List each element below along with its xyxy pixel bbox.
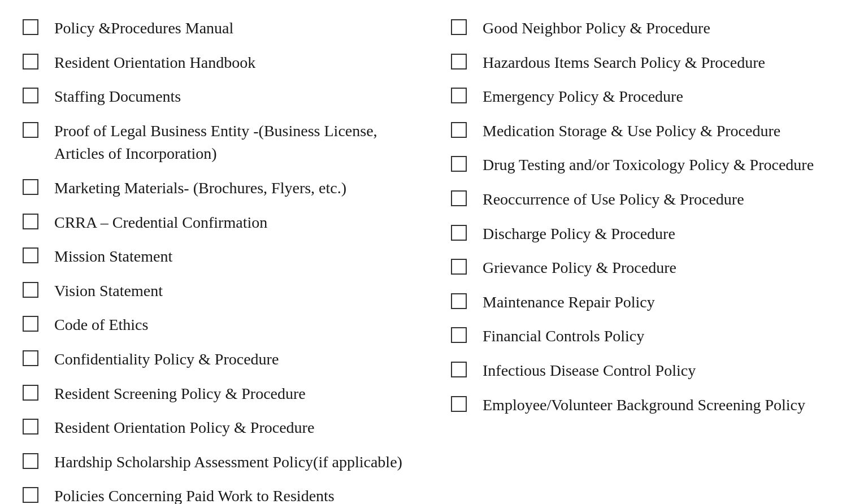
- checkbox[interactable]: [23, 179, 38, 195]
- item-label: Policy &Procedures Manual: [54, 17, 417, 40]
- item-label: Marketing Materials- (Brochures, Flyers,…: [54, 177, 417, 200]
- checkbox[interactable]: [23, 19, 38, 35]
- checkbox[interactable]: [23, 487, 38, 503]
- list-item: Staffing Documents: [23, 85, 417, 108]
- checkbox[interactable]: [23, 88, 38, 103]
- left-column: Policy &Procedures Manual Resident Orien…: [23, 17, 417, 504]
- list-item: Resident Orientation Policy & Procedure: [23, 416, 417, 440]
- item-label: Proof of Legal Business Entity -(Busines…: [54, 120, 417, 166]
- item-label: Mission Statement: [54, 245, 417, 268]
- checkbox[interactable]: [23, 282, 38, 298]
- list-item: Resident Screening Policy & Procedure: [23, 383, 417, 406]
- list-item: Confidentiality Policy & Procedure: [23, 348, 417, 371]
- item-label: Code of Ethics: [54, 314, 417, 337]
- checkbox[interactable]: [23, 419, 38, 435]
- item-label: CRRA – Credential Confirmation: [54, 211, 417, 234]
- checkbox[interactable]: [451, 19, 467, 35]
- list-item: Grievance Policy & Procedure: [451, 257, 845, 280]
- item-label: Employee/Volunteer Background Screening …: [483, 394, 845, 417]
- checkbox[interactable]: [23, 316, 38, 332]
- item-label: Policies Concerning Paid Work to Residen…: [54, 485, 417, 504]
- item-label: Hardship Scholarship Assessment Policy(i…: [54, 451, 417, 474]
- item-label: Resident Screening Policy & Procedure: [54, 383, 417, 406]
- checkbox[interactable]: [451, 88, 467, 103]
- list-item: Policy &Procedures Manual: [23, 17, 417, 40]
- checkbox[interactable]: [451, 327, 467, 343]
- item-label: Resident Orientation Policy & Procedure: [54, 416, 417, 440]
- item-label: Emergency Policy & Procedure: [483, 85, 845, 108]
- item-label: Vision Statement: [54, 280, 417, 303]
- item-label: Grievance Policy & Procedure: [483, 257, 845, 280]
- checkbox[interactable]: [23, 385, 38, 401]
- checkbox[interactable]: [23, 350, 38, 366]
- checkbox[interactable]: [451, 362, 467, 377]
- checkbox[interactable]: [23, 122, 38, 138]
- list-item: Infectious Disease Control Policy: [451, 359, 845, 383]
- checkbox[interactable]: [451, 54, 467, 69]
- item-label: Maintenance Repair Policy: [483, 291, 845, 314]
- item-label: Infectious Disease Control Policy: [483, 359, 845, 383]
- list-item: Policies Concerning Paid Work to Residen…: [23, 485, 417, 504]
- checkbox[interactable]: [451, 396, 467, 412]
- item-label: Drug Testing and/or Toxicology Policy & …: [483, 154, 845, 177]
- list-item: Mission Statement: [23, 245, 417, 268]
- item-label: Discharge Policy & Procedure: [483, 223, 845, 246]
- checkbox[interactable]: [451, 190, 467, 206]
- list-item: Code of Ethics: [23, 314, 417, 337]
- checkbox[interactable]: [451, 225, 467, 241]
- item-label: Reoccurrence of Use Policy & Procedure: [483, 188, 845, 211]
- list-item: Drug Testing and/or Toxicology Policy & …: [451, 154, 845, 177]
- list-item: Reoccurrence of Use Policy & Procedure: [451, 188, 845, 211]
- list-item: Financial Controls Policy: [451, 325, 845, 348]
- checkbox[interactable]: [451, 259, 467, 275]
- checkbox[interactable]: [451, 122, 467, 138]
- item-label: Hazardous Items Search Policy & Procedur…: [483, 51, 845, 75]
- item-label: Financial Controls Policy: [483, 325, 845, 348]
- item-label: Medication Storage & Use Policy & Proced…: [483, 120, 845, 143]
- item-label: Resident Orientation Handbook: [54, 51, 417, 75]
- list-item: Good Neighbor Policy & Procedure: [451, 17, 845, 40]
- list-item: CRRA – Credential Confirmation: [23, 211, 417, 234]
- item-label: Staffing Documents: [54, 85, 417, 108]
- checkbox[interactable]: [23, 247, 38, 263]
- checkbox[interactable]: [451, 156, 467, 172]
- list-item: Resident Orientation Handbook: [23, 51, 417, 75]
- list-item: Maintenance Repair Policy: [451, 291, 845, 314]
- main-layout: Policy &Procedures Manual Resident Orien…: [23, 17, 845, 504]
- list-item: Marketing Materials- (Brochures, Flyers,…: [23, 177, 417, 200]
- checkbox[interactable]: [451, 293, 467, 309]
- list-item: Vision Statement: [23, 280, 417, 303]
- item-label: Confidentiality Policy & Procedure: [54, 348, 417, 371]
- list-item: Medication Storage & Use Policy & Proced…: [451, 120, 845, 143]
- list-item: Hazardous Items Search Policy & Procedur…: [451, 51, 845, 75]
- checkbox[interactable]: [23, 214, 38, 229]
- list-item: Emergency Policy & Procedure: [451, 85, 845, 108]
- list-item: Hardship Scholarship Assessment Policy(i…: [23, 451, 417, 474]
- list-item: Discharge Policy & Procedure: [451, 223, 845, 246]
- checkbox[interactable]: [23, 54, 38, 69]
- item-label: Good Neighbor Policy & Procedure: [483, 17, 845, 40]
- list-item: Employee/Volunteer Background Screening …: [451, 394, 845, 417]
- checkbox[interactable]: [23, 453, 38, 469]
- right-column: Good Neighbor Policy & Procedure Hazardo…: [451, 17, 845, 428]
- list-item: Proof of Legal Business Entity -(Busines…: [23, 120, 417, 166]
